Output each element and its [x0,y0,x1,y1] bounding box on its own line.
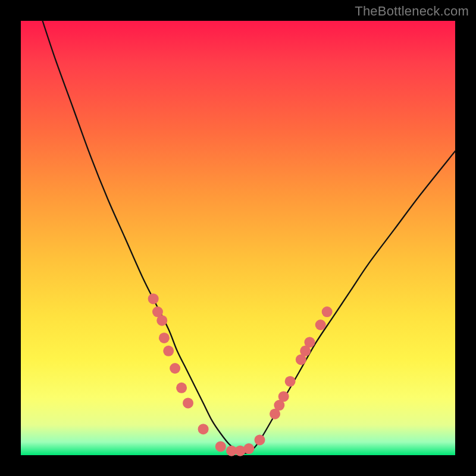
data-marker [183,397,193,408]
data-marker [198,424,209,434]
data-marker [255,434,265,445]
data-marker [163,346,174,356]
plot-area [21,21,455,455]
chart-frame: TheBottleneck.com [0,0,476,476]
data-marker [170,363,180,374]
bottleneck-curve-svg [21,21,455,455]
data-marker [215,441,226,452]
data-marker [278,391,289,402]
data-marker [159,333,170,343]
data-marker [322,306,333,317]
data-markers-group [148,293,333,456]
data-marker [315,320,326,330]
watermark-text: TheBottleneck.com [355,4,469,19]
data-marker [156,315,167,326]
data-marker [304,337,315,347]
data-marker [243,443,254,454]
data-marker [285,376,296,387]
data-marker [148,293,159,304]
data-marker [176,383,187,393]
bottleneck-curve [43,21,456,453]
